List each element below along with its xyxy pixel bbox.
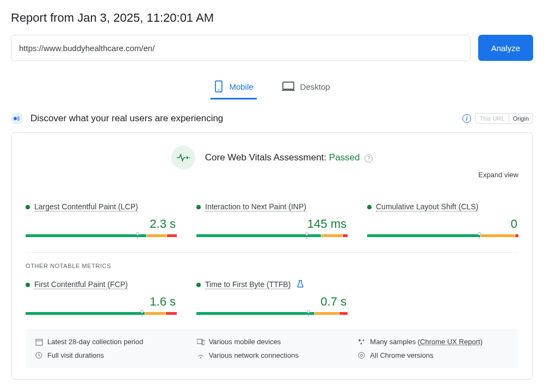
status-dot-good	[196, 205, 201, 209]
metric-fcp: First Contentful Paint (FCP) 1.6 s	[26, 280, 177, 315]
metric-lcp: Largest Contentful Paint (LCP) 2.3 s	[26, 202, 177, 237]
metric-lcp-value: 2.3 s	[26, 217, 177, 231]
network-icon	[197, 352, 205, 359]
footer-chrome: All Chrome versions	[358, 351, 509, 359]
footer-connections: Various network connections	[197, 351, 348, 359]
assessment-status: Passed	[329, 152, 360, 163]
help-icon[interactable]: ?	[364, 154, 373, 163]
page-title: Report from Jan 3, 2025, 11:20:01 AM	[11, 11, 533, 25]
svg-rect-3	[282, 90, 295, 91]
tab-mobile-label: Mobile	[229, 82, 253, 91]
footer-info: Latest 28-day collection period Various …	[26, 329, 518, 368]
clock-icon	[35, 352, 43, 359]
svg-point-13	[361, 343, 362, 344]
footer-durations: Full visit durations	[35, 351, 186, 359]
metric-cls-value: 0	[367, 217, 518, 231]
section-heading: Discover what your real users are experi…	[30, 113, 223, 124]
status-dot-good	[26, 283, 30, 287]
svg-point-12	[363, 339, 364, 341]
svg-point-5	[189, 157, 190, 158]
status-dot-good	[26, 205, 30, 209]
metric-cls: Cumulative Layout Shift (CLS) 0	[367, 202, 518, 237]
metric-inp: Interaction to Next Paint (INP) 145 ms	[196, 202, 348, 237]
devices-icon	[197, 339, 205, 345]
scope-origin[interactable]: Origin	[509, 114, 533, 123]
metric-inp-name[interactable]: Interaction to Next Paint (INP)	[205, 202, 306, 211]
divider	[26, 252, 518, 253]
metric-lcp-name[interactable]: Largest Contentful Paint (LCP)	[34, 202, 138, 211]
metric-fcp-value: 1.6 s	[26, 295, 177, 309]
svg-point-11	[358, 339, 361, 341]
crux-report-link[interactable]: Chrome UX Report	[420, 338, 480, 346]
assessment-text: Core Web Vitals Assessment: Passed ?	[205, 152, 373, 163]
status-dot-good	[367, 205, 372, 209]
calendar-icon	[35, 338, 43, 346]
status-dot-good	[196, 283, 201, 287]
footer-devices: Various mobile devices	[197, 338, 348, 346]
expand-view-link[interactable]: Expand view	[478, 171, 518, 179]
svg-rect-1	[218, 90, 220, 90]
desktop-icon	[282, 81, 295, 92]
metric-ttfb-value: 0.7 s	[196, 295, 348, 309]
crux-icon	[11, 113, 23, 125]
metric-fcp-bar	[26, 312, 177, 315]
svg-point-17	[361, 354, 363, 357]
assessment-label: Core Web Vitals Assessment:	[205, 152, 329, 163]
experimental-icon[interactable]	[297, 280, 304, 289]
other-metrics-heading: OTHER NOTABLE METRICS	[26, 263, 518, 269]
info-icon[interactable]: i	[462, 114, 471, 123]
metric-inp-bar	[196, 234, 348, 237]
pulse-icon	[171, 146, 195, 170]
metric-cls-bar	[367, 234, 518, 237]
vitals-card: Core Web Vitals Assessment: Passed ? Exp…	[11, 132, 533, 379]
metric-ttfb-bar	[196, 312, 348, 315]
analyze-button[interactable]: Analyze	[478, 35, 533, 61]
footer-samples: Many samples (Chrome UX Report)	[358, 338, 509, 346]
tab-desktop-label: Desktop	[300, 82, 330, 91]
metric-inp-value: 145 ms	[196, 217, 348, 231]
svg-rect-7	[36, 339, 42, 345]
metric-lcp-bar	[26, 234, 177, 237]
samples-icon	[358, 339, 366, 345]
chrome-icon	[358, 352, 366, 359]
metric-cls-name[interactable]: Cumulative Layout Shift (CLS)	[376, 202, 478, 211]
scope-this-url: This URL	[476, 114, 509, 123]
tab-mobile[interactable]: Mobile	[211, 75, 256, 99]
url-input[interactable]	[11, 35, 471, 61]
metric-ttfb: Time to First Byte (TTFB) 0.7 s	[196, 280, 348, 315]
svg-point-4	[186, 157, 188, 159]
scope-toggle: This URL Origin	[475, 113, 533, 124]
svg-rect-2	[283, 82, 294, 89]
metric-fcp-name[interactable]: First Contentful Paint (FCP)	[34, 280, 128, 289]
svg-point-16	[358, 352, 364, 358]
metric-ttfb-name[interactable]: Time to First Byte (TTFB)	[205, 280, 290, 289]
mobile-icon	[214, 80, 224, 92]
footer-period: Latest 28-day collection period	[35, 338, 186, 346]
tab-desktop[interactable]: Desktop	[279, 75, 333, 99]
svg-point-15	[200, 357, 201, 358]
